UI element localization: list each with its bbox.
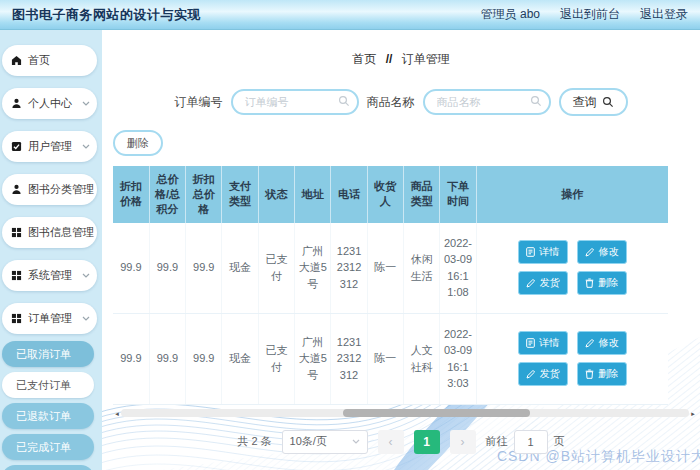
edit-button-label: 修改 [599,336,619,350]
logout-link[interactable]: 退出登录 [640,6,688,23]
scroll-right-arrow-icon[interactable]: ▸ [689,409,697,418]
column-header: 操作 [476,166,668,223]
sidebar-subitem-cancelled-orders[interactable]: 已取消订单 [2,341,94,367]
table-cell: 99.9 [149,223,185,314]
table-cell: 2022-03-09 16:11:08 [440,223,476,314]
sidebar-subitem-paid-orders[interactable]: 已支付订单 [2,372,94,398]
sidebar-item-user-management[interactable]: 用户管理 [2,131,97,162]
table-cell: 陈一 [367,223,403,314]
home-icon [11,55,22,66]
query-button[interactable]: 查询 [559,88,628,116]
ship-button[interactable]: 发货 [518,271,568,295]
grid-icon [11,227,22,238]
edit-button[interactable]: 修改 [577,240,627,264]
chevron-down-icon [82,316,90,321]
table-row: 99.9 99.9 99.9 现金 已支付 广州大道5号 12312312312… [113,313,668,404]
prev-page-button[interactable]: ‹ [378,430,404,454]
document-icon [526,247,535,257]
sidebar-item-personal-center[interactable]: 个人中心 [2,88,97,119]
ship-button-label: 发货 [540,276,560,290]
product-name-field-wrap [423,89,551,115]
table-cell: 已支付 [258,313,294,404]
table-cell: 休闲生活 [404,223,440,314]
page-title: 图书电子商务网站的设计与实现 [12,6,201,24]
edit-button[interactable]: 修改 [577,331,627,355]
batch-delete-label: 删除 [127,136,149,151]
exit-to-front-link[interactable]: 退出到前台 [560,6,620,23]
pagination: 共 2 条 10条/页 ‹ 1 › 前往 页 [102,430,700,454]
document-icon [526,338,535,348]
column-header: 总价格/总积分 [149,166,185,223]
search-icon [338,95,350,107]
goto-page-input[interactable] [514,430,548,454]
detail-button[interactable]: 详情 [518,331,568,355]
column-header: 下单时间 [440,166,476,223]
column-header: 支付类型 [222,166,258,223]
breadcrumb-home-link[interactable]: 首页 [352,52,376,66]
table-cell: 99.9 [186,223,222,314]
breadcrumb-current: 订单管理 [402,52,450,66]
chevron-down-icon [82,101,90,106]
batch-delete-button[interactable]: 删除 [113,130,163,156]
table-row: 99.9 99.9 99.9 现金 已支付 广州大道5号 12312312312… [113,223,668,314]
detail-button-label: 详情 [539,336,559,350]
column-header: 商品类型 [404,166,440,223]
sidebar-subitem-label: 已退款订单 [16,409,71,424]
row-delete-button[interactable]: 删除 [577,362,627,386]
search-icon [602,96,614,108]
sidebar-subitem-completed-orders[interactable]: 已完成订单 [2,434,94,460]
sidebar-subitem-refunded-orders[interactable]: 已退款订单 [2,403,94,429]
search-bar: 订单编号 商品名称 查询 [102,88,700,116]
pencil-icon [585,338,595,348]
header-links: 管理员 abo 退出到前台 退出登录 [481,6,688,23]
detail-button[interactable]: 详情 [518,240,568,264]
page-size-value: 10条/页 [290,434,327,449]
sidebar-item-label: 图书信息管理 [28,225,94,240]
scrollbar-thumb[interactable] [343,409,530,417]
table-header-row: 折扣价格 总价格/总积分 折扣总价格 支付类型 状态 地址 电话 收货人 商品类… [113,166,668,223]
ship-button[interactable]: 发货 [518,362,568,386]
user-icon [11,98,22,109]
sidebar-item-label: 用户管理 [28,139,76,154]
grid-icon [11,270,22,281]
column-header: 折扣价格 [113,166,149,223]
table-cell: 现金 [222,223,258,314]
table-cell: 现金 [222,313,258,404]
sidebar-subitem-partial[interactable] [2,465,94,470]
breadcrumb: 首页 // 订单管理 [102,51,700,68]
column-header: 地址 [295,166,331,223]
page-size-select[interactable]: 10条/页 [282,430,368,454]
sidebar-item-label: 图书分类管理 [28,182,94,197]
chevron-down-icon [352,439,360,444]
column-header: 折扣总价格 [186,166,222,223]
table-cell-actions: 详情 修改 发货 [476,223,668,314]
sidebar-item-system-management[interactable]: 系统管理 [2,260,97,291]
sidebar-item-home[interactable]: 首页 [2,45,97,76]
order-number-label: 订单编号 [175,94,223,111]
sidebar-subitem-label: 已完成订单 [16,440,71,455]
admin-user-label: 管理员 abo [481,6,540,23]
row-delete-button-label: 删除 [598,367,618,381]
sidebar-item-book-category-management[interactable]: 图书分类管理 [2,174,97,205]
ship-button-label: 发货 [540,367,560,381]
sidebar-item-book-info-management[interactable]: 图书信息管理 [2,217,97,248]
product-name-label: 商品名称 [367,94,415,111]
sidebar-item-label: 订单管理 [28,311,76,326]
column-header: 状态 [258,166,294,223]
next-page-button[interactable]: › [450,430,476,454]
chevron-down-icon [82,273,90,278]
horizontal-scrollbar[interactable]: ◂ ▸ [113,409,697,418]
row-delete-button[interactable]: 删除 [577,271,627,295]
scroll-left-arrow-icon[interactable]: ◂ [113,409,121,418]
table-cell: 99.9 [149,313,185,404]
table-cell: 12312312312 [331,313,367,404]
sidebar-item-order-management[interactable]: 订单管理 [2,303,97,334]
column-header: 电话 [331,166,367,223]
column-header: 收货人 [367,166,403,223]
table-cell-actions: 详情 修改 发货 [476,313,668,404]
pencil-icon [585,247,595,257]
sidebar-subitem-label: 已支付订单 [16,378,71,393]
scrollbar-track[interactable] [121,409,689,417]
current-page-button[interactable]: 1 [414,430,440,454]
edit-button-label: 修改 [599,245,619,259]
